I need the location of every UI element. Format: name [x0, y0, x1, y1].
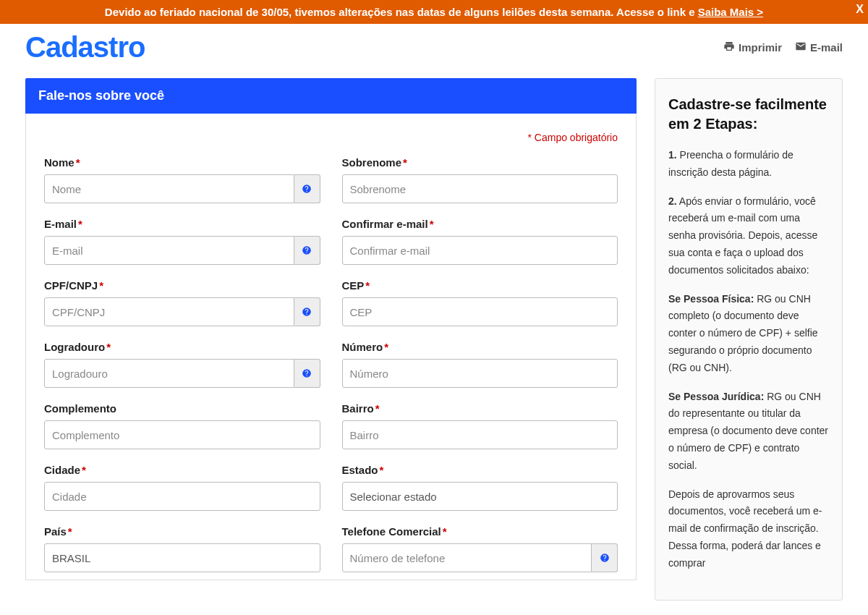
help-icon[interactable]	[294, 297, 320, 326]
email-button[interactable]: E-mail	[795, 41, 843, 54]
field-email: E-mail*	[44, 218, 320, 265]
input-complemento[interactable]	[44, 420, 320, 449]
notice-banner: Devido ao feriado nacional de 30/05, tiv…	[0, 0, 868, 24]
label-email: E-mail*	[44, 218, 320, 230]
label-logradouro: Logradouro*	[44, 341, 320, 353]
sidebar-step2: 2. Após enviar o formulário, você recebe…	[668, 193, 829, 279]
sidebar-step1: 1. Preencha o formulário de inscrição de…	[668, 147, 829, 182]
page-title: Cadastro	[25, 31, 145, 64]
field-confirm-email: Confirmar e-mail*	[342, 218, 618, 265]
input-nome[interactable]	[44, 174, 294, 203]
sidebar-pj: Se Pessoa Jurídica: RG ou CNH do represe…	[668, 389, 829, 475]
help-icon[interactable]	[592, 543, 618, 572]
input-bairro[interactable]	[342, 420, 618, 449]
print-button[interactable]: Imprimir	[723, 41, 782, 54]
sidebar-title: Cadastre-se facilmente em 2 Etapas:	[668, 95, 829, 134]
help-icon[interactable]	[294, 236, 320, 265]
label-nome: Nome*	[44, 156, 320, 169]
input-telefone[interactable]	[342, 543, 592, 572]
label-estado: Estado*	[342, 464, 618, 476]
help-icon[interactable]	[294, 174, 320, 203]
label-confirm-email: Confirmar e-mail*	[342, 218, 618, 230]
select-pais[interactable]: BRASIL	[44, 543, 320, 572]
field-bairro: Bairro*	[342, 402, 618, 449]
label-cidade: Cidade*	[44, 464, 320, 476]
label-numero: Número*	[342, 341, 618, 353]
sidebar-pf: Se Pessoa Física: RG ou CNH completo (o …	[668, 291, 829, 377]
field-pais: País* BRASIL	[44, 525, 320, 572]
sidebar-after: Depois de aprovarmos seus documentos, vo…	[668, 486, 829, 572]
field-sobrenome: Sobrenome*	[342, 156, 618, 203]
field-cpf: CPF/CNPJ*	[44, 279, 320, 326]
label-complemento: Complemento	[44, 402, 320, 415]
field-telefone: Telefone Comercial*	[342, 525, 618, 572]
field-estado: Estado* Selecionar estado	[342, 464, 618, 511]
field-numero: Número*	[342, 341, 618, 388]
banner-text-middle: Acesse o link e	[613, 6, 697, 18]
sidebar: Cadastre-se facilmente em 2 Etapas: 1. P…	[655, 78, 843, 601]
input-sobrenome[interactable]	[342, 174, 618, 203]
field-cep: CEP*	[342, 279, 618, 326]
input-cep[interactable]	[342, 297, 618, 326]
field-cidade: Cidade*	[44, 464, 320, 511]
select-estado[interactable]: Selecionar estado	[342, 482, 618, 511]
label-cep: CEP*	[342, 279, 618, 292]
envelope-icon	[795, 41, 807, 54]
help-icon[interactable]	[294, 359, 320, 388]
email-label: E-mail	[810, 41, 843, 54]
banner-close-icon[interactable]: X	[856, 3, 864, 16]
print-label: Imprimir	[739, 41, 782, 54]
field-complemento: Complemento	[44, 402, 320, 449]
input-numero[interactable]	[342, 359, 618, 388]
input-logradouro[interactable]	[44, 359, 294, 388]
label-cpf: CPF/CNPJ*	[44, 279, 320, 292]
field-logradouro: Logradouro*	[44, 341, 320, 388]
panel-body: * Campo obrigatório Nome* Sobrenome*	[25, 114, 637, 580]
field-nome: Nome*	[44, 156, 320, 203]
page-actions: Imprimir E-mail	[723, 41, 843, 54]
label-pais: País*	[44, 525, 320, 538]
print-icon	[723, 41, 735, 54]
label-sobrenome: Sobrenome*	[342, 156, 618, 169]
input-email[interactable]	[44, 236, 294, 265]
label-bairro: Bairro*	[342, 402, 618, 415]
banner-link[interactable]: Saiba Mais >	[698, 6, 763, 18]
required-note: * Campo obrigatório	[44, 132, 618, 143]
panel-header: Fale-nos sobre você	[25, 78, 637, 114]
input-cpf[interactable]	[44, 297, 294, 326]
input-cidade[interactable]	[44, 482, 320, 511]
label-telefone: Telefone Comercial*	[342, 525, 618, 538]
input-confirm-email[interactable]	[342, 236, 618, 265]
banner-text: Devido ao feriado nacional de 30/05, tiv…	[105, 6, 614, 18]
